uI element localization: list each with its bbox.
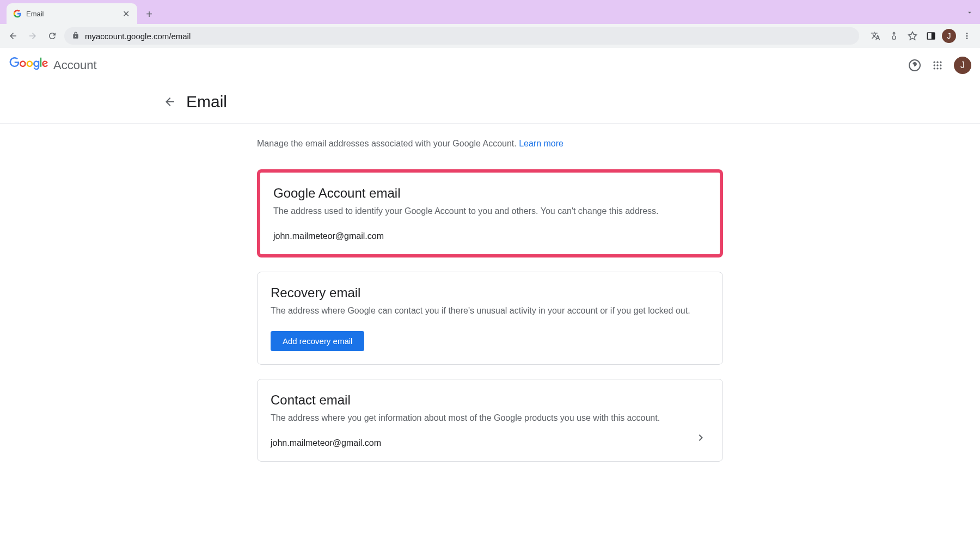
- learn-more-link[interactable]: Learn more: [519, 139, 564, 148]
- main-content: Manage the email addresses associated wi…: [257, 124, 723, 498]
- page-title-row: Email: [0, 83, 980, 124]
- svg-point-8: [934, 68, 935, 69]
- card-title: Contact email: [271, 393, 709, 408]
- lock-icon: [72, 32, 79, 41]
- share-icon[interactable]: [886, 28, 902, 44]
- chevron-right-icon: [694, 431, 707, 446]
- recovery-email-card: Recovery email The address where Google …: [257, 272, 723, 365]
- browser-toolbar: myaccount.google.com/email J: [0, 24, 980, 48]
- card-subtitle: The address where you get information ab…: [271, 413, 709, 423]
- bookmark-icon[interactable]: [905, 28, 920, 44]
- svg-point-4: [940, 62, 941, 63]
- browser-tab-strip: Email ✕ +: [0, 0, 980, 24]
- page-title: Email: [186, 93, 227, 111]
- account-email-value: john.mailmeteor@gmail.com: [273, 231, 707, 241]
- product-name: Account: [53, 58, 97, 72]
- browser-tab[interactable]: Email ✕: [7, 3, 137, 24]
- google-logo-icon: [9, 57, 49, 73]
- svg-point-2: [934, 62, 935, 63]
- translate-icon[interactable]: [868, 28, 883, 44]
- svg-point-9: [936, 68, 938, 69]
- side-panel-icon[interactable]: [923, 28, 939, 44]
- contact-email-value: john.mailmeteor@gmail.com: [271, 438, 709, 448]
- menu-icon[interactable]: [959, 28, 975, 44]
- card-subtitle: The address used to identify your Google…: [273, 206, 707, 216]
- account-avatar[interactable]: J: [954, 57, 971, 74]
- contact-email-card[interactable]: Contact email The address where you get …: [257, 379, 723, 462]
- app-header: Account J: [0, 48, 980, 83]
- page-description: Manage the email addresses associated wi…: [257, 139, 723, 149]
- google-favicon-icon: [13, 9, 22, 18]
- address-bar[interactable]: myaccount.google.com/email: [64, 27, 859, 45]
- card-title: Recovery email: [271, 285, 709, 301]
- close-tab-icon[interactable]: ✕: [121, 9, 131, 19]
- url-text: myaccount.google.com/email: [85, 32, 191, 41]
- help-icon[interactable]: [908, 59, 921, 72]
- description-text: Manage the email addresses associated wi…: [257, 139, 519, 148]
- svg-point-5: [934, 64, 935, 66]
- logo-area[interactable]: Account: [9, 57, 97, 73]
- svg-point-7: [940, 64, 941, 66]
- svg-point-10: [940, 68, 941, 69]
- svg-point-3: [936, 62, 938, 63]
- tab-title: Email: [26, 10, 121, 18]
- svg-rect-1: [932, 33, 935, 39]
- add-recovery-email-button[interactable]: Add recovery email: [271, 331, 364, 351]
- browser-profile-avatar[interactable]: J: [942, 29, 956, 43]
- tabs-dropdown-icon[interactable]: [966, 9, 973, 19]
- svg-point-6: [936, 64, 938, 66]
- new-tab-button[interactable]: +: [142, 7, 157, 22]
- card-title: Google Account email: [273, 186, 707, 201]
- apps-grid-icon[interactable]: [931, 59, 944, 72]
- toolbar-right: J: [868, 28, 975, 44]
- back-button[interactable]: [5, 28, 21, 44]
- reload-button[interactable]: [45, 28, 60, 44]
- forward-button[interactable]: [25, 28, 40, 44]
- header-actions: J: [908, 57, 971, 74]
- back-arrow-button[interactable]: [163, 95, 176, 108]
- account-email-card: Google Account email The address used to…: [257, 169, 723, 257]
- card-subtitle: The address where Google can contact you…: [271, 306, 709, 316]
